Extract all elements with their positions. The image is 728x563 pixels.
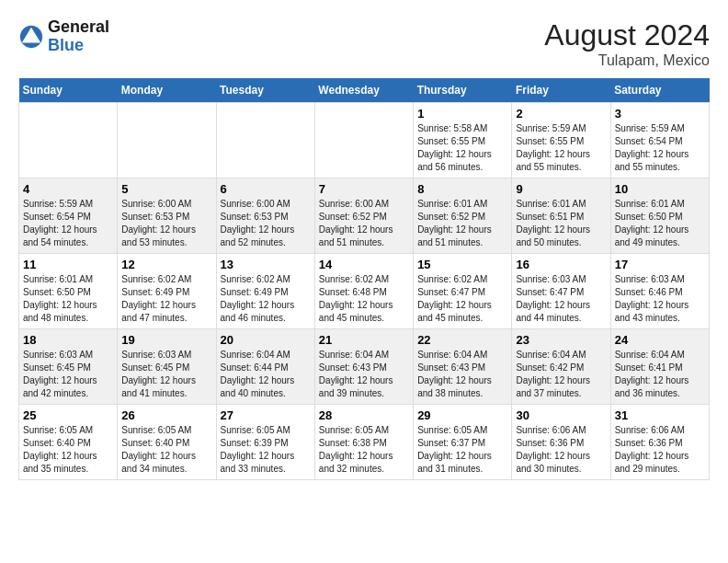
- calendar-cell: 30 Sunrise: 6:06 AMSunset: 6:36 PMDaylig…: [512, 405, 610, 480]
- calendar-cell: 2 Sunrise: 5:59 AMSunset: 6:55 PMDayligh…: [512, 103, 610, 178]
- day-number: 17: [615, 258, 705, 271]
- calendar-week-row: 25 Sunrise: 6:05 AMSunset: 6:40 PMDaylig…: [19, 405, 710, 480]
- calendar-cell: 24 Sunrise: 6:04 AMSunset: 6:41 PMDaylig…: [610, 329, 709, 405]
- calendar-cell: 16 Sunrise: 6:03 AMSunset: 6:47 PMDaylig…: [512, 254, 610, 329]
- calendar-cell: [118, 103, 216, 178]
- calendar-cell: 9 Sunrise: 6:01 AMSunset: 6:51 PMDayligh…: [512, 178, 610, 254]
- day-info: Sunrise: 6:04 AMSunset: 6:41 PMDaylight:…: [615, 349, 705, 400]
- day-number: 12: [121, 258, 211, 271]
- day-number: 4: [23, 182, 113, 196]
- day-info: Sunrise: 6:06 AMSunset: 6:36 PMDaylight:…: [615, 424, 705, 476]
- day-info: Sunrise: 5:58 AMSunset: 6:55 PMDaylight:…: [417, 122, 507, 174]
- logo-line2: Blue: [48, 37, 109, 55]
- day-number: 19: [121, 333, 211, 347]
- day-info: Sunrise: 6:04 AMSunset: 6:42 PMDaylight:…: [516, 349, 606, 400]
- day-number: 3: [615, 107, 705, 121]
- day-number: 22: [417, 333, 507, 347]
- calendar-subtitle: Tulapam, Mexico: [544, 52, 710, 69]
- day-info: Sunrise: 5:59 AMSunset: 6:54 PMDaylight:…: [23, 198, 113, 249]
- logo-icon: [18, 24, 44, 50]
- day-info: Sunrise: 6:04 AMSunset: 6:43 PMDaylight:…: [319, 349, 409, 400]
- calendar-week-row: 1 Sunrise: 5:58 AMSunset: 6:55 PMDayligh…: [19, 103, 710, 178]
- calendar-cell: 8 Sunrise: 6:01 AMSunset: 6:52 PMDayligh…: [414, 178, 512, 254]
- day-number: 24: [615, 333, 705, 347]
- calendar-cell: 25 Sunrise: 6:05 AMSunset: 6:40 PMDaylig…: [19, 405, 118, 480]
- header-day: Tuesday: [216, 78, 314, 103]
- logo-text: General Blue: [48, 18, 109, 55]
- day-number: 9: [516, 182, 606, 196]
- day-info: Sunrise: 6:05 AMSunset: 6:38 PMDaylight:…: [319, 424, 409, 476]
- calendar-cell: 31 Sunrise: 6:06 AMSunset: 6:36 PMDaylig…: [610, 405, 709, 480]
- day-number: 27: [221, 408, 311, 422]
- day-info: Sunrise: 6:02 AMSunset: 6:48 PMDaylight:…: [319, 273, 409, 325]
- calendar-table: SundayMondayTuesdayWednesdayThursdayFrid…: [18, 78, 710, 480]
- day-info: Sunrise: 5:59 AMSunset: 6:55 PMDaylight:…: [516, 122, 606, 174]
- calendar-cell: 12 Sunrise: 6:02 AMSunset: 6:49 PMDaylig…: [118, 254, 216, 329]
- calendar-cell: 6 Sunrise: 6:00 AMSunset: 6:53 PMDayligh…: [216, 178, 314, 254]
- logo: General Blue: [18, 18, 109, 55]
- day-number: 31: [615, 408, 705, 422]
- day-info: Sunrise: 6:03 AMSunset: 6:45 PMDaylight:…: [121, 349, 211, 400]
- day-number: 30: [516, 408, 606, 422]
- day-info: Sunrise: 5:59 AMSunset: 6:54 PMDaylight:…: [615, 122, 705, 174]
- day-info: Sunrise: 6:02 AMSunset: 6:49 PMDaylight:…: [221, 273, 311, 325]
- calendar-title: August 2024: [544, 18, 710, 52]
- day-info: Sunrise: 6:05 AMSunset: 6:39 PMDaylight:…: [221, 424, 311, 476]
- day-info: Sunrise: 6:00 AMSunset: 6:53 PMDaylight:…: [121, 198, 211, 249]
- calendar-cell: 11 Sunrise: 6:01 AMSunset: 6:50 PMDaylig…: [19, 254, 118, 329]
- day-info: Sunrise: 6:00 AMSunset: 6:53 PMDaylight:…: [221, 198, 311, 249]
- day-number: 20: [221, 333, 311, 347]
- title-block: August 2024 Tulapam, Mexico: [544, 18, 710, 69]
- calendar-week-row: 4 Sunrise: 5:59 AMSunset: 6:54 PMDayligh…: [19, 178, 710, 254]
- day-number: 8: [417, 182, 507, 196]
- header-day: Friday: [512, 78, 610, 103]
- day-number: 18: [23, 333, 113, 347]
- calendar-cell: 28 Sunrise: 6:05 AMSunset: 6:38 PMDaylig…: [314, 405, 413, 480]
- calendar-cell: 17 Sunrise: 6:03 AMSunset: 6:46 PMDaylig…: [610, 254, 709, 329]
- day-number: 25: [23, 408, 113, 422]
- day-number: 13: [221, 258, 311, 271]
- day-info: Sunrise: 6:02 AMSunset: 6:47 PMDaylight:…: [417, 273, 507, 325]
- day-info: Sunrise: 6:00 AMSunset: 6:52 PMDaylight:…: [319, 198, 409, 249]
- calendar-week-row: 18 Sunrise: 6:03 AMSunset: 6:45 PMDaylig…: [19, 329, 710, 405]
- day-info: Sunrise: 6:03 AMSunset: 6:47 PMDaylight:…: [516, 273, 606, 325]
- day-number: 26: [121, 408, 211, 422]
- day-info: Sunrise: 6:01 AMSunset: 6:50 PMDaylight:…: [23, 273, 113, 325]
- header-day: Monday: [118, 78, 216, 103]
- day-number: 14: [319, 258, 409, 271]
- day-number: 23: [516, 333, 606, 347]
- calendar-body: 1 Sunrise: 5:58 AMSunset: 6:55 PMDayligh…: [19, 103, 710, 480]
- day-number: 2: [516, 107, 606, 121]
- calendar-cell: 14 Sunrise: 6:02 AMSunset: 6:48 PMDaylig…: [314, 254, 413, 329]
- day-info: Sunrise: 6:04 AMSunset: 6:44 PMDaylight:…: [221, 349, 311, 400]
- day-number: 16: [516, 258, 606, 271]
- calendar-cell: 4 Sunrise: 5:59 AMSunset: 6:54 PMDayligh…: [19, 178, 118, 254]
- calendar-cell: [216, 103, 314, 178]
- calendar-cell: [314, 103, 413, 178]
- calendar-header: SundayMondayTuesdayWednesdayThursdayFrid…: [19, 78, 710, 103]
- day-number: 11: [23, 258, 113, 271]
- day-number: 1: [417, 107, 507, 121]
- day-number: 29: [417, 408, 507, 422]
- logo-line1: General: [48, 18, 109, 37]
- day-info: Sunrise: 6:01 AMSunset: 6:52 PMDaylight:…: [417, 198, 507, 249]
- day-info: Sunrise: 6:01 AMSunset: 6:51 PMDaylight:…: [516, 198, 606, 249]
- calendar-cell: 10 Sunrise: 6:01 AMSunset: 6:50 PMDaylig…: [610, 178, 709, 254]
- calendar-cell: 3 Sunrise: 5:59 AMSunset: 6:54 PMDayligh…: [610, 103, 709, 178]
- calendar-cell: 13 Sunrise: 6:02 AMSunset: 6:49 PMDaylig…: [216, 254, 314, 329]
- calendar-cell: 22 Sunrise: 6:04 AMSunset: 6:43 PMDaylig…: [414, 329, 512, 405]
- page-header: General Blue August 2024 Tulapam, Mexico: [18, 18, 710, 69]
- calendar-cell: 20 Sunrise: 6:04 AMSunset: 6:44 PMDaylig…: [216, 329, 314, 405]
- day-info: Sunrise: 6:06 AMSunset: 6:36 PMDaylight:…: [516, 424, 606, 476]
- calendar-cell: 1 Sunrise: 5:58 AMSunset: 6:55 PMDayligh…: [414, 103, 512, 178]
- header-row: SundayMondayTuesdayWednesdayThursdayFrid…: [19, 78, 710, 103]
- calendar-cell: 21 Sunrise: 6:04 AMSunset: 6:43 PMDaylig…: [314, 329, 413, 405]
- day-info: Sunrise: 6:04 AMSunset: 6:43 PMDaylight:…: [417, 349, 507, 400]
- day-info: Sunrise: 6:01 AMSunset: 6:50 PMDaylight:…: [615, 198, 705, 249]
- day-number: 28: [319, 408, 409, 422]
- day-number: 10: [615, 182, 705, 196]
- header-day: Saturday: [610, 78, 709, 103]
- day-info: Sunrise: 6:05 AMSunset: 6:40 PMDaylight:…: [121, 424, 211, 476]
- calendar-cell: 27 Sunrise: 6:05 AMSunset: 6:39 PMDaylig…: [216, 405, 314, 480]
- day-number: 15: [417, 258, 507, 271]
